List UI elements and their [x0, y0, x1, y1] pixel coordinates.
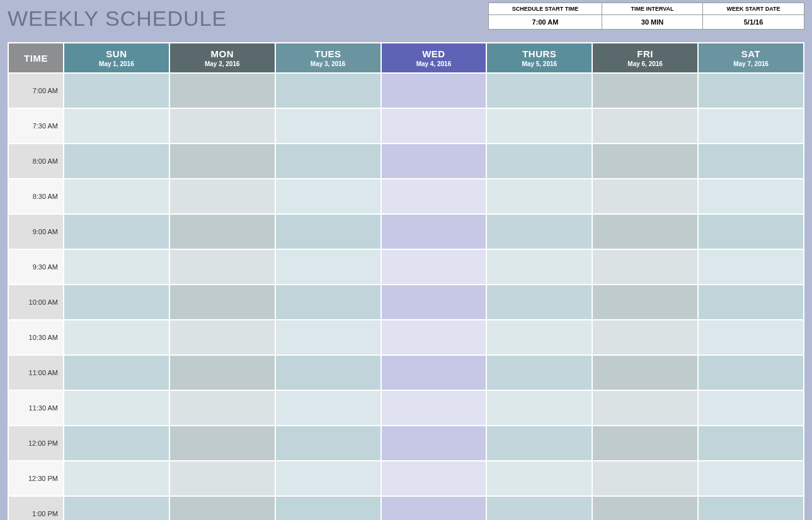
- schedule-cell[interactable]: [698, 426, 804, 461]
- schedule-cell[interactable]: [64, 179, 169, 214]
- schedule-cell[interactable]: [486, 108, 592, 144]
- schedule-cell[interactable]: [592, 496, 698, 520]
- schedule-cell[interactable]: [275, 461, 381, 496]
- schedule-cell[interactable]: [275, 214, 381, 249]
- schedule-cell[interactable]: [592, 214, 698, 249]
- schedule-cell[interactable]: [64, 214, 169, 249]
- day-header-tues: TUESMay 3, 2016: [275, 43, 381, 73]
- schedule-cell[interactable]: [275, 496, 381, 520]
- schedule-cell[interactable]: [592, 249, 698, 285]
- schedule-cell[interactable]: [592, 426, 698, 461]
- schedule-cell[interactable]: [381, 108, 487, 144]
- schedule-cell[interactable]: [275, 285, 381, 320]
- schedule-cell[interactable]: [486, 355, 592, 390]
- schedule-cell[interactable]: [592, 108, 698, 144]
- schedule-cell[interactable]: [64, 73, 169, 108]
- schedule-cell[interactable]: [592, 320, 698, 355]
- schedule-cell[interactable]: [486, 144, 592, 179]
- schedule-cell[interactable]: [275, 108, 381, 144]
- schedule-cell[interactable]: [698, 461, 804, 496]
- schedule-cell[interactable]: [169, 461, 275, 496]
- time-label: 12:30 PM: [8, 461, 64, 496]
- schedule-cell[interactable]: [381, 285, 487, 320]
- schedule-cell[interactable]: [275, 249, 381, 285]
- schedule-cell[interactable]: [592, 73, 698, 108]
- schedule-cell[interactable]: [64, 108, 169, 144]
- setting-start-time-value[interactable]: 7:00 AM: [489, 15, 602, 29]
- schedule-cell[interactable]: [64, 320, 169, 355]
- schedule-cell[interactable]: [698, 179, 804, 214]
- schedule-cell[interactable]: [169, 496, 275, 520]
- schedule-cell[interactable]: [381, 355, 487, 390]
- time-label: 11:00 AM: [8, 355, 64, 390]
- schedule-cell[interactable]: [169, 320, 275, 355]
- schedule-cell[interactable]: [381, 390, 487, 426]
- schedule-cell[interactable]: [64, 249, 169, 285]
- schedule-cell[interactable]: [698, 214, 804, 249]
- schedule-cell[interactable]: [592, 144, 698, 179]
- schedule-cell[interactable]: [381, 179, 487, 214]
- schedule-cell[interactable]: [592, 355, 698, 390]
- schedule-cell[interactable]: [275, 320, 381, 355]
- schedule-cell[interactable]: [381, 249, 487, 285]
- schedule-cell[interactable]: [698, 285, 804, 320]
- schedule-cell[interactable]: [486, 461, 592, 496]
- schedule-cell[interactable]: [64, 496, 169, 520]
- schedule-cell[interactable]: [169, 73, 275, 108]
- schedule-cell[interactable]: [381, 214, 487, 249]
- schedule-cell[interactable]: [381, 461, 487, 496]
- time-row: 10:00 AM: [8, 285, 804, 320]
- schedule-cell[interactable]: [486, 214, 592, 249]
- schedule-cell[interactable]: [64, 144, 169, 179]
- schedule-cell[interactable]: [698, 320, 804, 355]
- schedule-cell[interactable]: [169, 108, 275, 144]
- schedule-cell[interactable]: [592, 285, 698, 320]
- schedule-cell[interactable]: [381, 426, 487, 461]
- schedule-cell[interactable]: [698, 355, 804, 390]
- setting-start-date-value[interactable]: 5/1/16: [703, 15, 804, 29]
- schedule-cell[interactable]: [169, 355, 275, 390]
- schedule-cell[interactable]: [169, 249, 275, 285]
- schedule-cell[interactable]: [592, 179, 698, 214]
- schedule-cell[interactable]: [64, 426, 169, 461]
- schedule-cell[interactable]: [381, 73, 487, 108]
- schedule-cell[interactable]: [169, 214, 275, 249]
- schedule-cell[interactable]: [698, 390, 804, 426]
- schedule-cell[interactable]: [486, 249, 592, 285]
- schedule-cell[interactable]: [275, 355, 381, 390]
- schedule-cell[interactable]: [486, 390, 592, 426]
- schedule-cell[interactable]: [486, 285, 592, 320]
- schedule-cell[interactable]: [275, 144, 381, 179]
- schedule-cell[interactable]: [486, 320, 592, 355]
- schedule-cell[interactable]: [698, 73, 804, 108]
- schedule-cell[interactable]: [64, 285, 169, 320]
- schedule-table: TIMESUNMay 1, 2016MONMay 2, 2016TUESMay …: [8, 42, 804, 520]
- schedule-cell[interactable]: [169, 144, 275, 179]
- schedule-cell[interactable]: [486, 73, 592, 108]
- schedule-cell[interactable]: [169, 390, 275, 426]
- schedule-cell[interactable]: [169, 179, 275, 214]
- schedule-cell[interactable]: [592, 390, 698, 426]
- schedule-cell[interactable]: [698, 496, 804, 520]
- schedule-cell[interactable]: [486, 496, 592, 520]
- schedule-cell[interactable]: [486, 179, 592, 214]
- schedule-cell[interactable]: [698, 108, 804, 144]
- schedule-cell[interactable]: [169, 426, 275, 461]
- schedule-cell[interactable]: [275, 426, 381, 461]
- setting-interval-value[interactable]: 30 MIN: [602, 15, 702, 29]
- schedule-cell[interactable]: [275, 179, 381, 214]
- schedule-cell[interactable]: [592, 461, 698, 496]
- schedule-cell[interactable]: [169, 285, 275, 320]
- schedule-cell[interactable]: [275, 390, 381, 426]
- schedule-cell[interactable]: [275, 73, 381, 108]
- schedule-cell[interactable]: [381, 496, 487, 520]
- day-date: May 4, 2016: [382, 60, 486, 67]
- schedule-cell[interactable]: [381, 320, 487, 355]
- schedule-cell[interactable]: [698, 144, 804, 179]
- schedule-cell[interactable]: [64, 461, 169, 496]
- schedule-cell[interactable]: [381, 144, 487, 179]
- schedule-cell[interactable]: [64, 355, 169, 390]
- schedule-cell[interactable]: [64, 390, 169, 426]
- schedule-cell[interactable]: [698, 249, 804, 285]
- schedule-cell[interactable]: [486, 426, 592, 461]
